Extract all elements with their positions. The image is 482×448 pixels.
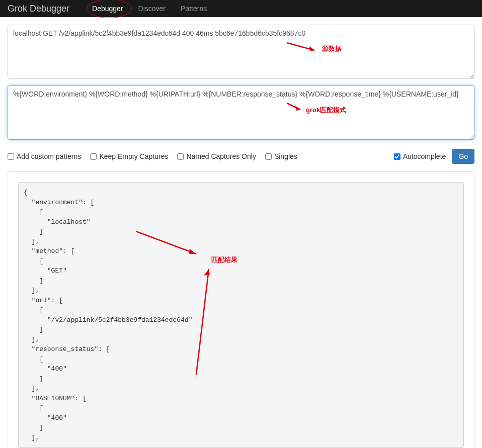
controls-right: Autocomplete Go bbox=[394, 149, 474, 164]
singles-label: Singles bbox=[274, 152, 297, 160]
controls-row: Add custom patterns Keep Empty Captures … bbox=[8, 146, 474, 171]
result-output: { "environment": [ [ "localhost" ] ], "m… bbox=[18, 182, 464, 448]
source-data-input[interactable] bbox=[8, 25, 474, 79]
named-captures-only-checkbox[interactable]: Named Captures Only bbox=[177, 152, 256, 160]
keep-empty-captures-label: Keep Empty Captures bbox=[99, 152, 168, 160]
navbar-brand: Grok Debugger bbox=[8, 4, 69, 14]
named-captures-only-label: Named Captures Only bbox=[186, 152, 256, 160]
add-custom-patterns-checkbox[interactable]: Add custom patterns bbox=[8, 152, 81, 160]
add-custom-patterns-label: Add custom patterns bbox=[17, 152, 81, 160]
controls-left: Add custom patterns Keep Empty Captures … bbox=[8, 152, 297, 160]
tab-patterns[interactable]: Patterns bbox=[173, 0, 214, 17]
keep-empty-captures-checkbox[interactable]: Keep Empty Captures bbox=[90, 152, 168, 160]
go-button[interactable]: Go bbox=[452, 149, 474, 164]
main-container: Add custom patterns Keep Empty Captures … bbox=[0, 17, 482, 448]
tab-debugger[interactable]: Debugger bbox=[85, 0, 131, 17]
navbar: Grok Debugger Debugger Discover Patterns bbox=[0, 0, 482, 17]
tab-discover[interactable]: Discover bbox=[131, 0, 173, 17]
nav-tabs: Debugger Discover Patterns bbox=[85, 0, 214, 17]
keep-empty-captures-input[interactable] bbox=[90, 153, 97, 160]
autocomplete-label: Autocomplete bbox=[403, 152, 446, 160]
add-custom-patterns-input[interactable] bbox=[8, 153, 14, 160]
result-panel: { "environment": [ [ "localhost" ] ], "m… bbox=[8, 171, 474, 448]
autocomplete-checkbox[interactable]: Autocomplete bbox=[394, 152, 446, 160]
named-captures-only-input[interactable] bbox=[177, 153, 184, 160]
grok-pattern-input[interactable] bbox=[8, 85, 474, 140]
autocomplete-input[interactable] bbox=[394, 153, 400, 160]
singles-checkbox[interactable]: Singles bbox=[265, 152, 297, 160]
singles-input[interactable] bbox=[265, 153, 272, 160]
